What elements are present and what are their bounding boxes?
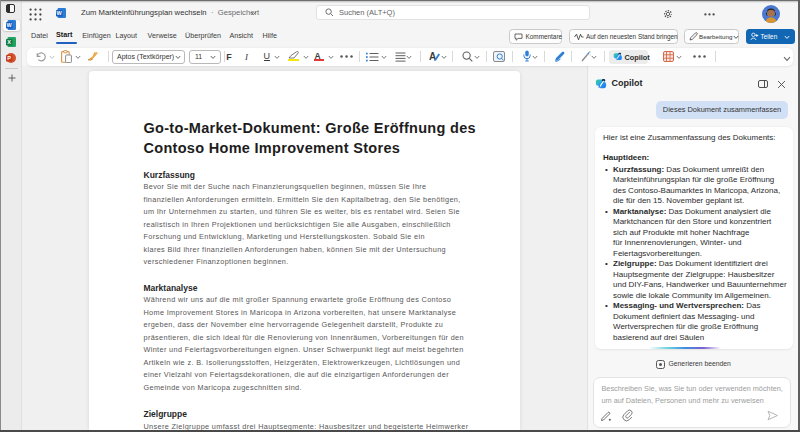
svg-text:X: X [7,39,11,45]
svg-text:P: P [7,55,11,61]
svg-text:W: W [57,10,63,16]
svg-text:W: W [7,22,13,28]
